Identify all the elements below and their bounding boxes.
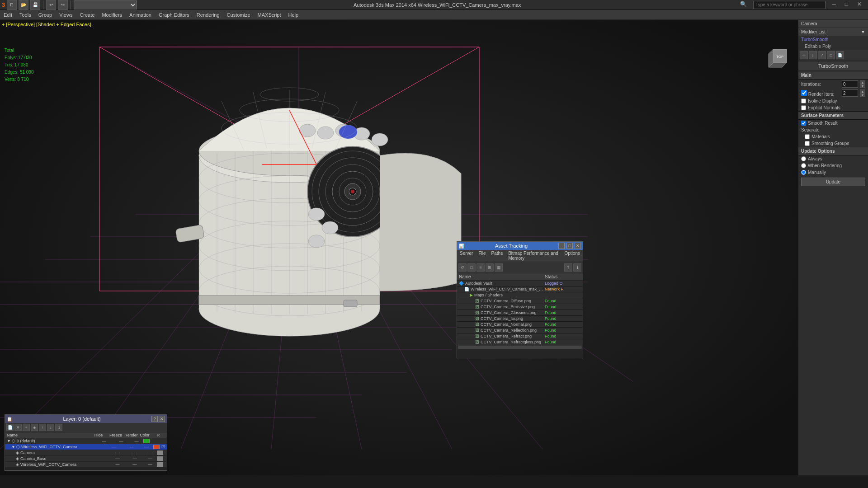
smoothing-groups-checkbox[interactable] [805,141,810,146]
at-row-emissive[interactable]: 🖼 CCTV_Camera_Emissive.png Found [457,304,583,310]
at-menu-paths[interactable]: Paths [489,250,506,262]
at-tool-1[interactable]: ↺ [458,263,467,272]
at-hscroll-thumb[interactable] [458,346,582,349]
isoline-checkbox[interactable] [801,99,806,103]
ly-row-camera-base-color[interactable] [157,456,163,461]
ly-row-camera[interactable]: ◈ Camera — — — [5,450,167,456]
layers-scrollbar[interactable] [5,468,167,470]
at-row-vault[interactable]: 🔷 Autodesk Vault Logged O [457,281,583,286]
layers-close-btn[interactable]: ✕ [159,416,165,422]
close-btn[interactable]: ✕ [854,1,864,9]
asset-tracking-controls: ─ □ ✕ [558,243,581,249]
at-minimize-btn[interactable]: ─ [558,243,565,249]
ly-row-default[interactable]: ▼ ⬡ 0 (default) — — — [5,438,167,444]
smooth-result-checkbox[interactable] [801,121,806,126]
open-btn[interactable]: 📂 [19,0,28,10]
menu-group[interactable]: Group [35,11,56,19]
menu-tools[interactable]: Tools [16,11,35,19]
at-menu-server[interactable]: Server [457,250,476,262]
ly-row-default-color[interactable] [143,439,150,443]
rp-icon-5[interactable]: 📄 [836,51,844,59]
at-tool-info[interactable]: ℹ [573,263,581,272]
menu-animation[interactable]: Animation [126,11,155,19]
manually-radio[interactable] [801,170,806,175]
menu-edit[interactable]: Edit [0,11,16,19]
ly-tool-down[interactable]: ↓ [47,424,54,431]
iterations-up[interactable]: ▲ [860,80,865,84]
at-row-glossines[interactable]: 🖼 CCTV_Camera_Glossines.png Found [457,310,583,316]
menu-maxscript[interactable]: MAXScript [254,11,285,19]
new-btn[interactable]: 🗋 [7,0,17,10]
at-tool-2[interactable]: □ [467,263,476,272]
menu-create[interactable]: Create [76,11,98,19]
modifier-editable-poly[interactable]: Editable Poly [798,43,868,50]
minimize-btn[interactable]: ─ [829,1,839,9]
rp-icon-4[interactable]: ◻ [827,51,835,59]
ly-tool-info[interactable]: ℹ [55,424,62,431]
workspace-dropdown[interactable]: Workspace: Default [74,0,137,9]
ly-row-wireless-cam[interactable]: ◈ Wireless_WiFi_CCTV_Camera — — — [5,462,167,468]
viewport[interactable]: + [Perspective] [Shaded + Edged Faces] T… [0,20,798,475]
layers-help-btn[interactable]: ? [151,416,158,422]
ly-tool-delete[interactable]: ✕ [14,424,22,431]
checkbox-wireless[interactable]: ☑ [161,445,165,449]
update-button[interactable]: Update [801,178,865,186]
ly-row-wireless-color[interactable] [153,445,160,449]
render-iters-up[interactable]: ▲ [860,89,865,93]
render-iters-input[interactable] [842,89,858,97]
menu-customize[interactable]: Customize [223,11,254,19]
menu-help[interactable]: Help [285,11,302,19]
ly-row-wireless[interactable]: ▼ ⬡ Wireless_WiFi_CCTV_Camera — — — ☑ [5,444,167,450]
ly-tool-add[interactable]: + [23,424,30,431]
at-row-normal[interactable]: 🖼 CCTV_Camera_Normal.png Found [457,322,583,328]
at-tool-help[interactable]: ? [564,263,572,272]
at-menu-file[interactable]: File [476,250,488,262]
layers-titlebar[interactable]: 📋 Layer: 0 (default) ? ✕ [5,415,167,423]
ly-tool-select[interactable]: ◈ [31,424,38,431]
at-row-maps[interactable]: ▶ Maps / Shaders [457,292,583,298]
redo-btn[interactable]: ↪ [58,0,68,10]
rp-icon-3[interactable]: ↗ [818,51,826,59]
menu-views[interactable]: Views [56,11,76,19]
ly-tool-new[interactable]: 📄 [6,424,14,431]
materials-checkbox[interactable] [805,134,810,139]
menu-graph-editors[interactable]: Graph Editors [155,11,193,19]
at-restore-btn[interactable]: □ [566,243,573,249]
ly-row-camera-base[interactable]: ◈ Camera_Base — — — [5,456,167,462]
at-menu-options[interactable]: Options [562,250,583,262]
rp-icon-2[interactable]: | [809,51,817,59]
at-close-btn[interactable]: ✕ [575,243,581,249]
save-btn[interactable]: 💾 [30,0,40,10]
asset-tracking-titlebar[interactable]: 📊 Asset Tracking ─ □ ✕ [457,242,583,250]
at-tool-5[interactable]: ▦ [495,263,503,272]
modifier-turbosmooth[interactable]: TurboSmooth [798,36,868,43]
ly-tool-up[interactable]: ↑ [39,424,46,431]
at-menu-bitmap[interactable]: Bitmap Performance and Memory [505,250,561,262]
at-row-ior[interactable]: 🖼 CCTV_Camera_Ior.png Found [457,316,583,322]
at-row-reflection[interactable]: 🖼 CCTV_Camera_Reflection.png Found [457,328,583,333]
always-radio[interactable] [801,156,806,161]
menu-rendering[interactable]: Rendering [193,11,223,19]
menu-modifiers[interactable]: Modifiers [98,11,126,19]
when-rendering-radio[interactable] [801,163,806,168]
search-input[interactable] [753,1,826,9]
ly-row-camera-color[interactable] [157,450,163,455]
rp-icon-1[interactable]: ⇦ [800,51,808,59]
explicit-normals-checkbox[interactable] [801,105,806,110]
iterations-input[interactable] [842,80,858,88]
navigation-cube[interactable]: TOP [766,47,793,74]
at-row-refractgloss[interactable]: 🖼 CCTV_Camera_Refractgloss.png Found [457,339,583,345]
at-row-file[interactable]: 📄 Wireless_WiFi_CCTV_Camera_max_vray.max… [457,286,583,292]
at-scrollbar[interactable] [457,345,583,349]
at-tool-4[interactable]: ⊞ [486,263,494,272]
at-row-diffuse[interactable]: 🖼 CCTV_Camera_Diffuse.png Found [457,298,583,304]
undo-btn[interactable]: ↩ [46,0,56,10]
render-iters-checkbox[interactable] [801,90,807,96]
at-row-refract[interactable]: 🖼 CCTV_Camera_Refract.png Found [457,333,583,339]
restore-btn[interactable]: □ [842,1,851,9]
render-iters-down[interactable]: ▼ [860,93,865,97]
modifier-list-arrow[interactable]: ▼ [861,29,865,34]
at-tool-3[interactable]: ≡ [476,263,485,272]
iterations-down[interactable]: ▼ [860,84,865,88]
ly-row-wireless-cam-color[interactable] [157,462,163,467]
